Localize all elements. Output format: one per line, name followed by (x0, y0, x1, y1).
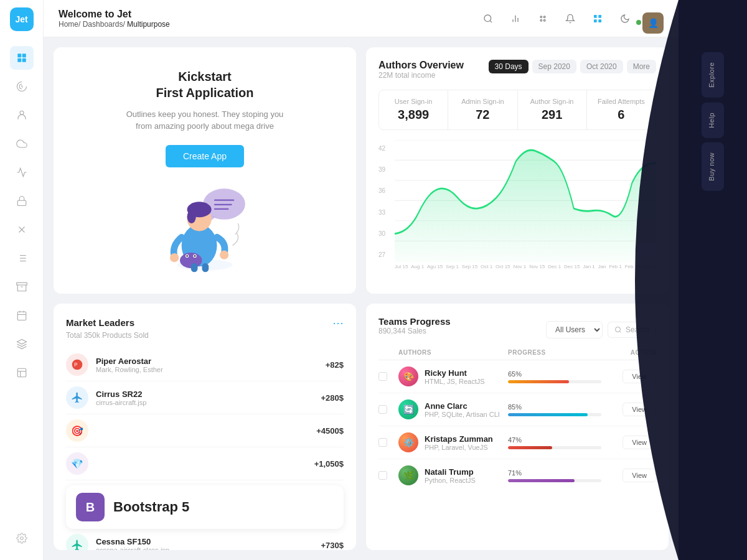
market-leaders-title: Market Leaders (66, 317, 134, 328)
sidebar-item-fingerprint[interactable] (10, 75, 34, 98)
ricky-pct: 65% (508, 370, 601, 378)
piper-value: +82$ (326, 360, 344, 370)
anne-view-button[interactable]: View (622, 403, 656, 416)
item4-value: +1,050$ (314, 459, 344, 469)
tab-oct2020[interactable]: Oct 2020 (580, 60, 623, 73)
row-checkbox-anne[interactable] (378, 405, 387, 414)
teams-controls: All Users Search (546, 321, 656, 338)
sidebar-item-template[interactable] (10, 361, 34, 385)
market-item-piper: P Piper Aerostar Mark, Rowling, Esther +… (66, 348, 344, 381)
svg-rect-3 (22, 58, 26, 62)
svg-rect-2 (17, 58, 21, 62)
breadcrumb-dashboards[interactable]: Dashboards/ (83, 20, 125, 29)
sidebar-item-list[interactable] (10, 246, 34, 270)
row-checkbox-natali[interactable] (378, 471, 387, 480)
bootstrap-label: Bootstrap 5 (113, 499, 189, 515)
sidebar-item-person[interactable] (10, 103, 34, 127)
sidebar-item-calendar[interactable] (10, 304, 34, 327)
natali-view-button[interactable]: View (622, 469, 656, 482)
kristaps-name: Kristaps Zumman (425, 434, 493, 444)
svg-point-24 (20, 537, 23, 540)
apps-icon[interactable] (533, 9, 553, 29)
tab-sep2020[interactable]: Sep 2020 (532, 60, 576, 73)
buy-now-button[interactable]: Buy now (702, 142, 724, 191)
market-leaders-card: Market Leaders ⋯ Total 350k Products Sol… (54, 304, 356, 550)
kristaps-action: View (606, 436, 656, 449)
authors-overview-card: Authors Overview 22M total income 30 Day… (366, 47, 669, 294)
ricky-avatar: 🎨 (398, 366, 418, 386)
create-app-button[interactable]: Create App (166, 145, 244, 167)
help-button[interactable]: Help (702, 103, 724, 138)
cessna-name: Cessna SF150 (96, 537, 313, 546)
col-authors: AUTHORS (398, 349, 503, 356)
x-label: Agu 15 (427, 264, 443, 269)
grid-view-icon[interactable] (588, 9, 608, 29)
row-checkbox-ricky[interactable] (378, 372, 387, 381)
explore-button[interactable]: Explore (702, 52, 724, 98)
svg-rect-5 (17, 200, 26, 205)
breadcrumb-home[interactable]: Home/ (59, 20, 80, 29)
stat-value-failed: 6 (593, 108, 649, 122)
ricky-name: Ricky Hunt (425, 368, 485, 378)
sidebar-item-dashboard[interactable] (10, 46, 34, 70)
x-label: Nov 1 (513, 264, 526, 269)
kristaps-bar-bg (508, 446, 601, 449)
col-progress: PROGRESS (508, 349, 601, 356)
search-icon[interactable] (478, 9, 498, 29)
bootstrap-banner: B Bootstrap 5 (66, 485, 344, 529)
kristaps-view-button[interactable]: View (622, 436, 656, 449)
market-item-cessna: Cessna SF150 cessna-aircraft-class.jsp +… (66, 529, 344, 550)
teams-header: Teams Progress 890,344 Sales All Users S… (378, 316, 656, 343)
sidebar-item-layers[interactable] (10, 332, 34, 356)
cirrus-info: Cirrus SR22 cirrus-aircraft.jsp (96, 390, 313, 406)
sidebar-item-lock[interactable] (10, 189, 34, 213)
stats-row: User Sign-in 3,899 Admin Sign-in 72 Auth… (378, 90, 656, 130)
svg-rect-57 (191, 263, 198, 272)
chart-svg (395, 140, 656, 263)
y-label-30: 30 (378, 230, 391, 237)
tab-more[interactable]: More (627, 60, 656, 73)
sidebar-item-box[interactable] (10, 275, 34, 299)
team-row-anne: 🔄 Anne Clarc PHP, SQLite, Artisan CLI 85… (378, 393, 656, 426)
right-panel: Explore Help Buy now (679, 0, 747, 560)
piper-icon: P (66, 353, 88, 376)
sidebar-item-close[interactable] (10, 218, 34, 241)
svg-rect-34 (594, 15, 597, 18)
svg-point-4 (20, 111, 24, 114)
sidebar-item-settings[interactable] (10, 526, 34, 550)
ricky-progress: 65% (508, 370, 601, 383)
authors-title: Authors Overview (378, 60, 464, 71)
ricky-tech: HTML, JS, ReactJS (425, 378, 485, 385)
breadcrumb-current: Multipurpose (127, 20, 170, 29)
x-label: Oct 15 (496, 264, 510, 269)
user-avatar[interactable]: 👤 (642, 12, 664, 34)
x-label: Oct 1 (481, 264, 492, 269)
sidebar-item-cloud[interactable] (10, 132, 34, 156)
market-options-icon[interactable]: ⋯ (332, 316, 344, 330)
col-action: ACTION (606, 349, 656, 356)
kickstart-card: KickstartFirst Application Outlines keep… (54, 47, 356, 294)
cirrus-icon (66, 386, 88, 409)
svg-point-48 (170, 253, 179, 262)
market-leaders-subtitle: Total 350k Products Sold (66, 331, 344, 340)
cirrus-name: Cirrus SR22 (96, 390, 313, 399)
team-row-natali: 🌿 Natali Trump Python, ReactJS 71% V (378, 459, 656, 492)
sidebar-item-chart[interactable] (10, 161, 34, 184)
natali-tech: Python, ReactJS (425, 477, 476, 484)
svg-rect-1 (22, 54, 26, 57)
teams-title: Teams Progress (378, 316, 451, 327)
theme-toggle-icon[interactable] (615, 9, 635, 29)
natali-bar-bg (508, 479, 601, 482)
analytics-icon[interactable] (505, 9, 525, 29)
row-checkbox-kristaps[interactable] (378, 438, 387, 447)
author-kristaps: ⚙️ Kristaps Zumman PHP, Laravel, VueJS (398, 432, 503, 452)
notification-icon[interactable] (560, 9, 580, 29)
app-logo[interactable]: Jet (10, 7, 34, 31)
x-label: Jan 1 (583, 264, 595, 269)
kristaps-tech: PHP, Laravel, VueJS (425, 444, 493, 451)
users-filter-select[interactable]: All Users (546, 321, 603, 338)
cessna-value: +730$ (321, 541, 344, 550)
kristaps-avatar: ⚙️ (398, 432, 418, 452)
ricky-view-button[interactable]: View (622, 370, 656, 383)
tab-30days[interactable]: 30 Days (489, 60, 529, 73)
